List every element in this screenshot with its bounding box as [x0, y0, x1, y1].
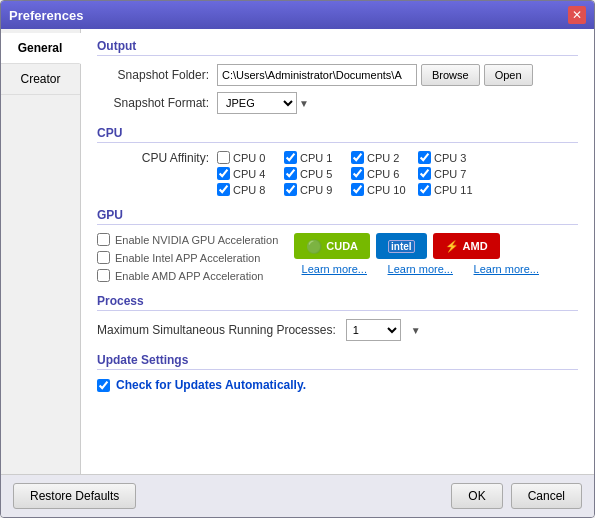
- cpu-section: CPU CPU Affinity: CPU 0 CPU 1: [97, 126, 578, 196]
- process-row: Maximum Simultaneous Running Processes: …: [97, 319, 578, 341]
- cpu-0-checkbox[interactable]: [217, 151, 230, 164]
- cpu-item-9: CPU 9: [284, 183, 339, 196]
- cpu-4-label: CPU 4: [233, 168, 265, 180]
- cpu-item-8: CPU 8: [217, 183, 272, 196]
- learn-more-row: Learn more... Learn more... Learn more..…: [294, 263, 546, 275]
- cpu-6-checkbox[interactable]: [351, 167, 364, 180]
- gpu-btn-row: 🟢 CUDA intel ⚡ AMD: [294, 233, 499, 259]
- sidebar-item-creator[interactable]: Creator: [1, 64, 80, 95]
- cpu-row-2: CPU 8 CPU 9 CPU 10: [217, 183, 473, 196]
- nvidia-item: Enable NVIDIA GPU Acceleration: [97, 233, 278, 246]
- cpu-8-label: CPU 8: [233, 184, 265, 196]
- restore-defaults-button[interactable]: Restore Defaults: [13, 483, 136, 509]
- cpu-7-checkbox[interactable]: [418, 167, 431, 180]
- cpu-2-checkbox[interactable]: [351, 151, 364, 164]
- nvidia-label: Enable NVIDIA GPU Acceleration: [115, 234, 278, 246]
- cpu-item-11: CPU 11: [418, 183, 473, 196]
- snapshot-folder-row: Snapshot Folder: Browse Open: [97, 64, 578, 86]
- cpu-item-5: CPU 5: [284, 167, 339, 180]
- process-section: Process Maximum Simultaneous Running Pro…: [97, 294, 578, 341]
- intel-app-item: Enable Intel APP Acceleration: [97, 251, 278, 264]
- cpu-11-checkbox[interactable]: [418, 183, 431, 196]
- nvidia-checkbox[interactable]: [97, 233, 110, 246]
- cpu-item-7: CPU 7: [418, 167, 473, 180]
- cpu-item-4: CPU 4: [217, 167, 272, 180]
- cuda-label: CUDA: [326, 240, 358, 252]
- auto-update-checkbox[interactable]: [97, 379, 110, 392]
- main-content: Output Snapshot Folder: Browse Open Snap…: [81, 29, 594, 474]
- gpu-buttons: 🟢 CUDA intel ⚡ AMD L: [294, 233, 546, 275]
- close-button[interactable]: ✕: [568, 6, 586, 24]
- amd-item: Enable AMD APP Acceleration: [97, 269, 278, 282]
- ok-button[interactable]: OK: [451, 483, 502, 509]
- amd-button[interactable]: ⚡ AMD: [433, 233, 500, 259]
- intel-app-label: Enable Intel APP Acceleration: [115, 252, 260, 264]
- window-body: General Creator Output Snapshot Folder: …: [1, 29, 594, 474]
- learn-more-amd[interactable]: Learn more...: [466, 263, 546, 275]
- process-label: Maximum Simultaneous Running Processes:: [97, 323, 336, 337]
- process-select-arrow: ▼: [411, 325, 421, 336]
- process-select[interactable]: 1 2 3 4: [346, 319, 401, 341]
- cpu-10-label: CPU 10: [367, 184, 406, 196]
- cpu-9-checkbox[interactable]: [284, 183, 297, 196]
- gpu-section: GPU Enable NVIDIA GPU Acceleration Enabl…: [97, 208, 578, 282]
- cpu-0-label: CPU 0: [233, 152, 265, 164]
- cancel-button[interactable]: Cancel: [511, 483, 582, 509]
- cpu-7-label: CPU 7: [434, 168, 466, 180]
- snapshot-folder-input[interactable]: [217, 64, 417, 86]
- cpu-2-label: CPU 2: [367, 152, 399, 164]
- preferences-window: Preferences ✕ General Creator Output Sna…: [0, 0, 595, 518]
- cpu-5-label: CPU 5: [300, 168, 332, 180]
- cpu-10-checkbox[interactable]: [351, 183, 364, 196]
- cpu-1-checkbox[interactable]: [284, 151, 297, 164]
- open-button[interactable]: Open: [484, 64, 533, 86]
- bottom-bar: Restore Defaults OK Cancel: [1, 474, 594, 517]
- cpu-affinity-container: CPU Affinity: CPU 0 CPU 1: [97, 151, 578, 196]
- cpu-6-label: CPU 6: [367, 168, 399, 180]
- format-dropdown-arrow: ▼: [299, 98, 309, 109]
- cpu-item-10: CPU 10: [351, 183, 406, 196]
- snapshot-format-row: Snapshot Format: JPEG PNG BMP ▼: [97, 92, 578, 114]
- amd-icon: ⚡: [445, 240, 459, 253]
- snapshot-format-label: Snapshot Format:: [97, 96, 217, 110]
- cpu-row-1: CPU 4 CPU 5 CPU 6: [217, 167, 473, 180]
- snapshot-folder-label: Snapshot Folder:: [97, 68, 217, 82]
- cpu-9-label: CPU 9: [300, 184, 332, 196]
- cpu-item-0: CPU 0: [217, 151, 272, 164]
- output-section: Output Snapshot Folder: Browse Open Snap…: [97, 39, 578, 114]
- learn-more-nvidia[interactable]: Learn more...: [294, 263, 374, 275]
- cpu-8-checkbox[interactable]: [217, 183, 230, 196]
- cpu-4-checkbox[interactable]: [217, 167, 230, 180]
- update-section: Update Settings Check for Updates Automa…: [97, 353, 578, 392]
- gpu-checkboxes: Enable NVIDIA GPU Acceleration Enable In…: [97, 233, 278, 282]
- auto-update-label: Check for Updates Automatically.: [116, 378, 306, 392]
- intel-button[interactable]: intel: [376, 233, 427, 259]
- cpu-item-6: CPU 6: [351, 167, 406, 180]
- browse-button[interactable]: Browse: [421, 64, 480, 86]
- amd-checkbox[interactable]: [97, 269, 110, 282]
- cpu-item-2: CPU 2: [351, 151, 406, 164]
- cuda-button[interactable]: 🟢 CUDA: [294, 233, 370, 259]
- learn-more-intel[interactable]: Learn more...: [380, 263, 460, 275]
- cuda-icon: 🟢: [306, 239, 322, 254]
- window-title: Preferences: [9, 8, 83, 23]
- ok-cancel-group: OK Cancel: [451, 483, 582, 509]
- cpu-row-0: CPU 0 CPU 1 CPU 2: [217, 151, 473, 164]
- output-section-title: Output: [97, 39, 578, 56]
- cpu-11-label: CPU 11: [434, 184, 473, 196]
- cpu-3-label: CPU 3: [434, 152, 466, 164]
- sidebar-item-general[interactable]: General: [1, 33, 81, 64]
- cpu-5-checkbox[interactable]: [284, 167, 297, 180]
- amd-btn-label: AMD: [463, 240, 488, 252]
- update-section-title: Update Settings: [97, 353, 578, 370]
- gpu-content: Enable NVIDIA GPU Acceleration Enable In…: [97, 233, 578, 282]
- update-item: Check for Updates Automatically.: [97, 378, 578, 392]
- cpu-affinity-label: CPU Affinity:: [97, 151, 217, 165]
- intel-app-checkbox[interactable]: [97, 251, 110, 264]
- cpu-grid: CPU 0 CPU 1 CPU 2: [217, 151, 473, 196]
- title-bar: Preferences ✕: [1, 1, 594, 29]
- snapshot-format-select[interactable]: JPEG PNG BMP: [217, 92, 297, 114]
- cpu-3-checkbox[interactable]: [418, 151, 431, 164]
- process-section-title: Process: [97, 294, 578, 311]
- intel-icon: intel: [388, 240, 415, 253]
